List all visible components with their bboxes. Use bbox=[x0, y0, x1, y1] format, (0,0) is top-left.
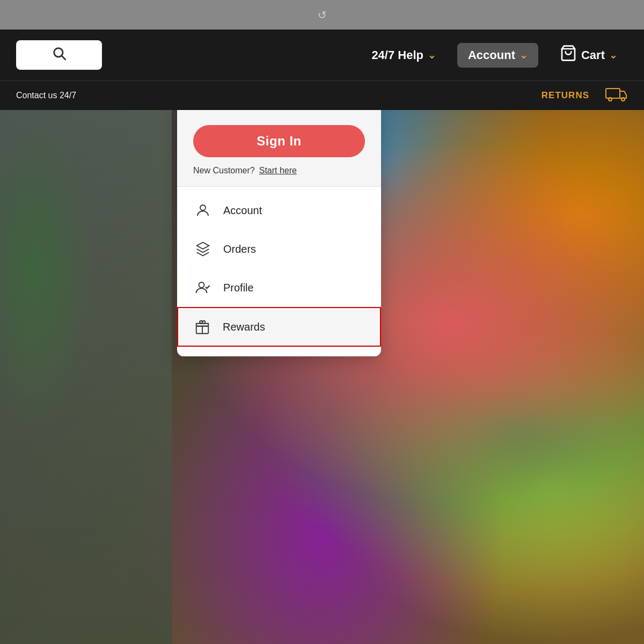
account-dropdown: Sign In New Customer? Start here Account bbox=[177, 110, 381, 356]
profile-icon bbox=[193, 278, 213, 297]
svg-point-7 bbox=[200, 205, 206, 210]
account-icon bbox=[193, 201, 213, 220]
cart-chevron-icon: ⌄ bbox=[609, 49, 617, 61]
rewards-icon bbox=[193, 317, 212, 336]
search-button[interactable] bbox=[16, 40, 102, 70]
dropdown-item-orders[interactable]: Orders bbox=[177, 230, 381, 268]
nav-cart-label: Cart bbox=[581, 48, 605, 62]
search-icon bbox=[52, 46, 67, 64]
svg-point-5 bbox=[621, 98, 625, 101]
nav-account[interactable]: Account ⌄ bbox=[457, 43, 538, 68]
svg-point-8 bbox=[199, 282, 204, 288]
start-here-link[interactable]: Start here bbox=[259, 166, 297, 175]
nav-help-label: 24/7 Help bbox=[371, 48, 423, 62]
dropdown-item-rewards[interactable]: Rewards bbox=[177, 307, 381, 347]
navbar: 24/7 Help ⌄ Account ⌄ Cart ⌄ bbox=[0, 30, 644, 80]
nav-account-label: Account bbox=[468, 48, 515, 62]
hero-area: Sign In New Customer? Start here Account bbox=[0, 110, 644, 644]
svg-rect-3 bbox=[606, 89, 620, 98]
reload-icon[interactable]: ↺ bbox=[318, 9, 327, 21]
profile-item-label: Profile bbox=[223, 282, 254, 294]
dropdown-item-profile[interactable]: Profile bbox=[177, 268, 381, 307]
returns-label[interactable]: RETURNS bbox=[541, 90, 589, 101]
help-chevron-icon: ⌄ bbox=[428, 49, 436, 61]
new-customer-row: New Customer? Start here bbox=[193, 166, 365, 175]
cart-icon bbox=[560, 45, 577, 65]
rewards-item-label: Rewards bbox=[223, 321, 265, 333]
signin-section: Sign In New Customer? Start here bbox=[177, 110, 381, 186]
signin-button[interactable]: Sign In bbox=[193, 125, 365, 157]
svg-point-4 bbox=[609, 98, 612, 101]
truck-icon bbox=[605, 86, 628, 106]
secondary-bar: Contact us 24/7 RETURNS bbox=[0, 80, 644, 110]
new-customer-label: New Customer? bbox=[193, 166, 255, 175]
browser-bar: ↺ bbox=[0, 0, 644, 30]
orders-item-label: Orders bbox=[223, 243, 256, 255]
dropdown-item-account[interactable]: Account bbox=[177, 191, 381, 230]
account-item-label: Account bbox=[223, 204, 262, 217]
orders-icon bbox=[193, 239, 213, 259]
nav-help[interactable]: 24/7 Help ⌄ bbox=[361, 43, 447, 68]
nav-cart[interactable]: Cart ⌄ bbox=[549, 39, 628, 71]
dropdown-menu-items: Account Orders bbox=[177, 187, 381, 351]
svg-line-1 bbox=[62, 56, 65, 59]
contact-us-label[interactable]: Contact us 24/7 bbox=[16, 91, 76, 100]
account-chevron-icon: ⌄ bbox=[519, 49, 528, 61]
